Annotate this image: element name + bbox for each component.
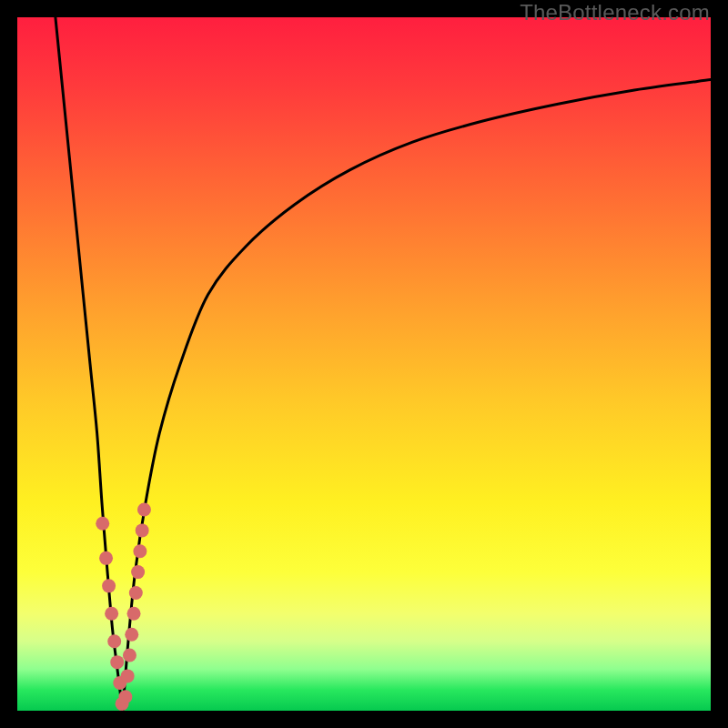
watermark-text: TheBottleneck.com bbox=[520, 0, 710, 25]
data-point bbox=[96, 517, 109, 531]
data-point bbox=[107, 634, 121, 648]
data-point bbox=[99, 551, 113, 565]
data-point bbox=[110, 655, 124, 669]
data-point bbox=[137, 503, 151, 517]
data-point bbox=[127, 607, 141, 621]
chart-frame: TheBottleneck.com bbox=[0, 0, 728, 728]
curve-layer bbox=[56, 17, 711, 711]
curve-curve-right bbox=[123, 80, 711, 711]
curves-svg bbox=[17, 17, 711, 711]
data-point bbox=[118, 690, 132, 703]
data-point bbox=[121, 669, 135, 682]
plot-area bbox=[17, 17, 711, 711]
data-point bbox=[105, 607, 118, 621]
data-point bbox=[129, 586, 143, 600]
data-point bbox=[125, 628, 138, 642]
data-point bbox=[102, 579, 116, 592]
data-point bbox=[123, 649, 136, 662]
data-point bbox=[131, 565, 145, 579]
data-point bbox=[133, 544, 147, 558]
data-point bbox=[136, 523, 149, 537]
curve-curve-left bbox=[56, 17, 123, 711]
